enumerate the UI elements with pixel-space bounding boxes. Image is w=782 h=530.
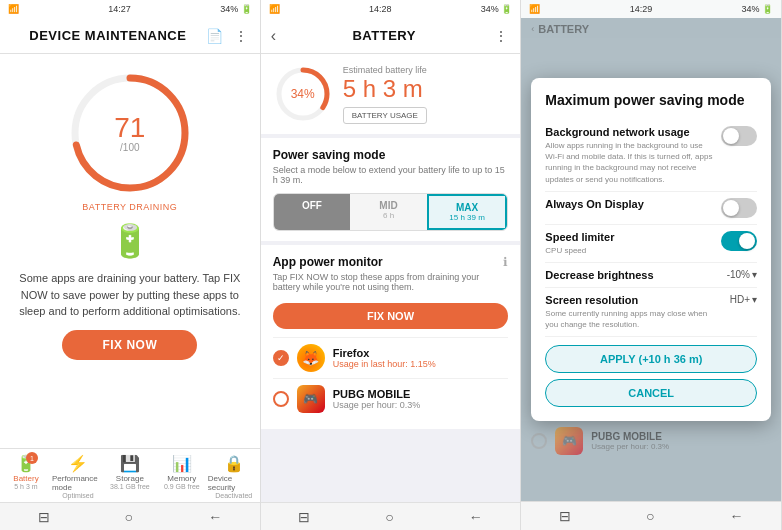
- power-opt-max-label: MAX: [433, 202, 502, 213]
- est-time: 5 h 3 m: [343, 75, 427, 103]
- always-on-label: Always On Display: [545, 198, 713, 210]
- resolution-value[interactable]: HD+ ▾: [730, 294, 757, 305]
- gauge-max: /100: [114, 142, 145, 153]
- more-icon-1[interactable]: ⋮: [232, 27, 250, 45]
- panel-battery: 📶 14:28 34% 🔋 ‹ BATTERY ⋮ 34% Estimated …: [261, 0, 522, 530]
- panel2-scroll: 34% Estimated battery life 5 h 3 m BATTE…: [261, 54, 521, 502]
- setting-always-on: Always On Display: [545, 192, 757, 225]
- bg-network-toggle[interactable]: [721, 126, 757, 146]
- back-btn-1[interactable]: ←: [200, 507, 230, 527]
- pubg-info-behind: PUBG MOBILE Usage per hour: 0.3%: [591, 431, 669, 451]
- battery-circle: 34%: [273, 64, 333, 124]
- bg-network-desc: Allow apps running in the background to …: [545, 140, 713, 185]
- nav-performance[interactable]: ⚡ Performance mode Optimised: [52, 454, 104, 499]
- panel-max-power: 📶 14:29 34% 🔋 ‹ BATTERY Maximum power sa…: [521, 0, 782, 530]
- back-button-2[interactable]: ‹: [271, 27, 276, 45]
- home-btn-1[interactable]: ○: [117, 507, 141, 527]
- battery-nav-sub: 5 h 3 m: [14, 483, 37, 490]
- max-power-modal: Maximum power saving mode Background net…: [531, 78, 771, 421]
- setting-speed-limiter: Speed limiter CPU speed: [545, 225, 757, 263]
- storage-nav-label: Storage: [116, 474, 144, 483]
- status-bar-1: 📶 14:27 34% 🔋: [0, 0, 260, 18]
- apply-button[interactable]: APPLY (+10 h 36 m): [545, 345, 757, 373]
- recent-apps-btn-1[interactable]: ⊟: [30, 507, 58, 527]
- power-saving-card: Power saving mode Select a mode below to…: [261, 138, 521, 241]
- app-monitor-sub: Tap FIX NOW to stop these apps from drai…: [273, 272, 504, 292]
- security-nav-icon: 🔒: [224, 454, 244, 473]
- toggle-thumb-bg: [723, 128, 739, 144]
- memory-nav-icon: 📊: [172, 454, 192, 473]
- resolution-val-text: HD+: [730, 294, 750, 305]
- pubg-name: PUBG MOBILE: [333, 388, 509, 400]
- page-title-2: BATTERY: [352, 28, 415, 43]
- power-options-group: OFF MID 6 h MAX 15 h 39 m: [273, 193, 509, 231]
- firefox-checkbox[interactable]: ✓: [273, 350, 289, 366]
- firefox-logo: 🦊: [297, 344, 325, 372]
- app-monitor-title-group: App power monitor Tap FIX NOW to stop th…: [273, 255, 504, 300]
- bg-network-info: Background network usage Allow apps runn…: [545, 126, 713, 185]
- speed-desc: CPU speed: [545, 245, 713, 256]
- page-title-1: DEVICE MAINTENANCE: [29, 28, 186, 43]
- setting-brightness: Decrease brightness -10% ▾: [545, 263, 757, 288]
- info-icon[interactable]: ℹ: [503, 255, 508, 269]
- firefox-usage: Usage in last hour: 1.15%: [333, 359, 509, 369]
- brightness-val-text: -10%: [727, 269, 750, 280]
- gauge-value: 71: [114, 114, 145, 142]
- recent-apps-btn-3[interactable]: ⊟: [551, 506, 579, 526]
- speed-label: Speed limiter: [545, 231, 713, 243]
- pubg-logo: 🎮: [297, 385, 325, 413]
- check-icon-firefox: ✓: [277, 353, 285, 363]
- firefox-info: Firefox Usage in last hour: 1.15%: [333, 347, 509, 369]
- more-icon-2[interactable]: ⋮: [492, 27, 510, 45]
- pubg-checkbox[interactable]: [273, 391, 289, 407]
- status-left-3: 📶: [529, 4, 540, 14]
- status-left-2: 📶: [269, 4, 280, 14]
- battery-alert-icon: 🔋: [110, 223, 150, 259]
- power-opt-max[interactable]: MAX 15 h 39 m: [427, 194, 508, 230]
- fix-now-button-1[interactable]: FIX NOW: [62, 330, 197, 360]
- toggle-thumb-speed: [739, 233, 755, 249]
- app-monitor-title: App power monitor: [273, 255, 504, 269]
- app-monitor-header: App power monitor Tap FIX NOW to stop th…: [273, 255, 509, 300]
- always-on-info: Always On Display: [545, 198, 713, 210]
- power-saving-title: Power saving mode: [273, 148, 509, 162]
- home-btn-3[interactable]: ○: [638, 506, 662, 526]
- back-btn-2[interactable]: ←: [461, 507, 491, 527]
- brightness-label: Decrease brightness: [545, 269, 718, 281]
- brightness-value[interactable]: -10% ▾: [727, 269, 757, 280]
- battery-est-info: Estimated battery life 5 h 3 m BATTERY U…: [343, 65, 427, 124]
- power-opt-max-sub: 15 h 39 m: [433, 213, 502, 222]
- fix-now-button-2[interactable]: FIX NOW: [273, 303, 509, 329]
- panel-device-maintenance: 📶 14:27 34% 🔋 DEVICE MAINTENANCE 📄 ⋮ 71 …: [0, 0, 261, 530]
- nav-storage[interactable]: 💾 Storage 38.1 GB free: [104, 454, 156, 490]
- pubg-usage-behind: Usage per hour: 0.3%: [591, 442, 669, 451]
- cancel-button[interactable]: CANCEL: [545, 379, 757, 407]
- recent-apps-btn-2[interactable]: ⊟: [290, 507, 318, 527]
- resolution-chevron: ▾: [752, 294, 757, 305]
- sys-nav-2: ⊟ ○ ←: [261, 502, 521, 530]
- back-btn-3[interactable]: ←: [721, 506, 751, 526]
- document-icon-1[interactable]: 📄: [206, 27, 224, 45]
- brightness-chevron: ▾: [752, 269, 757, 280]
- battery-pct-text: 34%: [291, 87, 315, 101]
- nav-memory[interactable]: 📊 Memory 0.9 GB free: [156, 454, 208, 490]
- power-saving-sub: Select a mode below to extend your batte…: [273, 165, 509, 185]
- sys-nav-3: ⊟ ○ ←: [521, 501, 781, 530]
- storage-nav-sub: 38.1 GB free: [110, 483, 150, 490]
- always-on-toggle[interactable]: [721, 198, 757, 218]
- setting-resolution: Screen resolution Some currently running…: [545, 288, 757, 337]
- nav-security[interactable]: 🔒 Device security Deactivated: [208, 454, 260, 499]
- storage-nav-icon: 💾: [120, 454, 140, 473]
- modal-title: Maximum power saving mode: [545, 92, 757, 108]
- power-opt-off[interactable]: OFF: [274, 194, 351, 230]
- memory-nav-sub: 0.9 GB free: [164, 483, 200, 490]
- speed-toggle[interactable]: [721, 231, 757, 251]
- home-btn-2[interactable]: ○: [377, 507, 401, 527]
- resolution-info: Screen resolution Some currently running…: [545, 294, 721, 330]
- top-bar-2: ‹ BATTERY ⋮: [261, 18, 521, 54]
- battery-usage-btn[interactable]: BATTERY USAGE: [343, 107, 427, 124]
- power-opt-mid-label: MID: [354, 200, 423, 211]
- toggle-thumb-aod: [723, 200, 739, 216]
- nav-battery[interactable]: 1 🔋 Battery 5 h 3 m: [0, 454, 52, 490]
- power-opt-mid[interactable]: MID 6 h: [350, 194, 427, 230]
